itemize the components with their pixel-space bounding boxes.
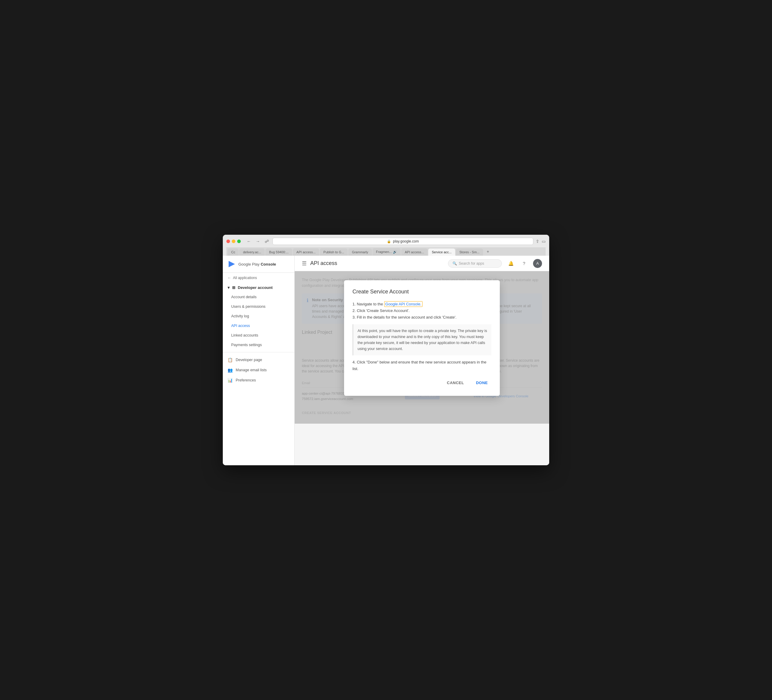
browser-tab[interactable]: API access... bbox=[401, 249, 428, 256]
sidebar-logo-text: Google Play Console bbox=[238, 262, 276, 267]
share-icon[interactable]: ⇪ bbox=[536, 239, 539, 244]
page-title: API access bbox=[310, 260, 337, 267]
browser-window: ← → ☍ 🔒 play.google.com ⇪ ▭ Ccdelivery.a… bbox=[223, 235, 549, 465]
browser-tab[interactable]: Grammarly bbox=[348, 249, 371, 256]
browser-tab[interactable]: Stores - Sm... bbox=[456, 249, 483, 256]
developer-page-icon: 📋 bbox=[227, 358, 233, 362]
search-icon: 🔍 bbox=[453, 262, 457, 266]
reader-button[interactable]: ☍ bbox=[263, 238, 270, 244]
google-api-console-link[interactable]: Google API Console. bbox=[384, 301, 423, 307]
sidebar-item-users-permissions[interactable]: Users & permissions bbox=[223, 302, 294, 311]
sidebar-item-developer-page[interactable]: 📋 Developer page bbox=[223, 355, 294, 365]
notifications-icon[interactable]: 🔔 bbox=[507, 259, 515, 268]
modal-step-2: 2. Click 'Create Service Account'. bbox=[352, 307, 491, 314]
sidebar-divider bbox=[223, 352, 294, 352]
lock-icon: 🔒 bbox=[387, 239, 391, 244]
preferences-icon: 📊 bbox=[227, 378, 233, 383]
browser-tab[interactable]: Fragmen... 🔊 bbox=[373, 248, 401, 256]
modal-step-4: 4. Click "Done" below and ensure that th… bbox=[352, 359, 491, 372]
email-lists-icon: 👥 bbox=[227, 368, 233, 373]
create-service-account-modal: Create Service Account 1. Navigate to th… bbox=[344, 280, 500, 396]
sidebar-item-account-details[interactable]: Account details bbox=[223, 292, 294, 302]
modal-title: Create Service Account bbox=[352, 289, 491, 295]
avatar[interactable]: A bbox=[533, 259, 542, 268]
browser-controls: ← → ☍ 🔒 play.google.com ⇪ ▭ bbox=[226, 238, 546, 245]
search-bar[interactable]: 🔍 Search for apps bbox=[448, 259, 502, 268]
browser-tab[interactable]: API access... bbox=[293, 249, 319, 256]
browser-tab[interactable]: delivery.ac... bbox=[239, 249, 265, 256]
content-body: The Google Play Developer Publishing API… bbox=[294, 271, 549, 424]
sidebar-item-linked-accounts[interactable]: Linked accounts bbox=[223, 330, 294, 340]
browser-tab[interactable]: Cc bbox=[227, 249, 239, 256]
tabs-bar: Ccdelivery.ac...Bug 59400:...API access.… bbox=[226, 247, 546, 256]
modal-step-1: 1. Navigate to the Google API Console. bbox=[352, 301, 491, 307]
back-to-all-apps[interactable]: ← All applications bbox=[223, 273, 294, 283]
done-button[interactable]: DONE bbox=[472, 378, 491, 388]
hamburger-menu-icon[interactable]: ☰ bbox=[302, 260, 307, 267]
sidebar-logo: Google Play Console bbox=[223, 256, 294, 273]
forward-button[interactable]: → bbox=[255, 238, 261, 244]
browser-tab[interactable]: Service acc... bbox=[428, 249, 455, 256]
back-arrow-icon: ← bbox=[227, 276, 231, 280]
modal-note-box: At this point, you will have the option … bbox=[352, 324, 491, 355]
modal-overlay: Create Service Account 1. Navigate to th… bbox=[294, 271, 549, 424]
sidebar-item-api-access[interactable]: API access bbox=[223, 321, 294, 330]
main-content: ☰ API access 🔍 Search for apps 🔔 ? A The… bbox=[294, 256, 549, 465]
url-text: play.google.com bbox=[393, 239, 419, 244]
maximize-traffic-light[interactable] bbox=[237, 239, 241, 243]
browser-titlebar: ← → ☍ 🔒 play.google.com ⇪ ▭ Ccdelivery.a… bbox=[223, 235, 549, 256]
sidebar-toggle-icon[interactable]: ▭ bbox=[542, 239, 546, 244]
traffic-lights bbox=[226, 239, 241, 243]
sidebar-item-manage-email[interactable]: 👥 Manage email lists bbox=[223, 365, 294, 375]
modal-actions: CANCEL DONE bbox=[352, 378, 491, 388]
developer-account-section[interactable]: ▾ ⊞ Developer account bbox=[223, 283, 294, 292]
grid-icon: ⊞ bbox=[232, 285, 236, 290]
modal-steps: 1. Navigate to the Google API Console. 2… bbox=[352, 301, 491, 372]
content-header: ☰ API access 🔍 Search for apps 🔔 ? A bbox=[294, 256, 549, 271]
browser-tab[interactable]: Bug 59400:... bbox=[265, 249, 292, 256]
app-body: Google Play Console ← All applications ▾… bbox=[223, 256, 549, 465]
back-button[interactable]: ← bbox=[245, 238, 252, 244]
content-header-left: ☰ API access bbox=[302, 260, 337, 267]
browser-tab[interactable]: Publish to G... bbox=[320, 249, 348, 256]
header-right: 🔍 Search for apps 🔔 ? A bbox=[448, 259, 542, 268]
sidebar: Google Play Console ← All applications ▾… bbox=[223, 256, 294, 465]
cancel-button[interactable]: CANCEL bbox=[443, 378, 468, 388]
address-bar[interactable]: 🔒 play.google.com bbox=[273, 238, 533, 245]
sidebar-item-activity-log[interactable]: Activity log bbox=[223, 311, 294, 321]
add-tab-button[interactable]: + bbox=[484, 247, 492, 256]
expand-icon: ▾ bbox=[227, 285, 230, 290]
help-icon[interactable]: ? bbox=[520, 259, 528, 268]
sidebar-item-preferences[interactable]: 📊 Preferences bbox=[223, 375, 294, 385]
modal-step-3: 3. Fill in the details for the service a… bbox=[352, 314, 491, 321]
close-traffic-light[interactable] bbox=[226, 239, 230, 243]
sidebar-item-payments-settings[interactable]: Payments settings bbox=[223, 340, 294, 350]
google-play-logo bbox=[227, 260, 236, 268]
toolbar-right: ⇪ ▭ bbox=[536, 239, 546, 244]
minimize-traffic-light[interactable] bbox=[232, 239, 236, 243]
